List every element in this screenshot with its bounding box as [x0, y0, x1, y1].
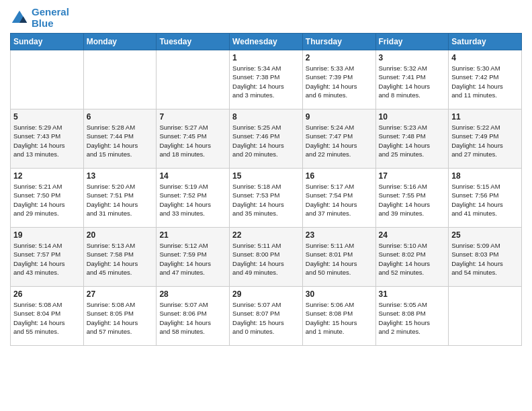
calendar-week-5: 26Sunrise: 5:08 AM Sunset: 8:04 PM Dayli…: [11, 287, 522, 346]
calendar-cell: 1Sunrise: 5:34 AM Sunset: 7:38 PM Daylig…: [230, 50, 303, 109]
logo-text: General Blue: [32, 7, 69, 29]
day-info: Sunrise: 5:19 AM Sunset: 7:52 PM Dayligh…: [159, 182, 226, 218]
calendar-cell: 5Sunrise: 5:29 AM Sunset: 7:43 PM Daylig…: [11, 109, 84, 169]
day-info: Sunrise: 5:07 AM Sunset: 8:06 PM Dayligh…: [159, 300, 226, 336]
day-info: Sunrise: 5:06 AM Sunset: 8:08 PM Dayligh…: [306, 300, 373, 336]
calendar-cell: 24Sunrise: 5:10 AM Sunset: 8:02 PM Dayli…: [375, 228, 449, 287]
day-number: 3: [379, 53, 446, 62]
calendar-cell: 22Sunrise: 5:11 AM Sunset: 8:00 PM Dayli…: [230, 228, 303, 287]
day-info: Sunrise: 5:11 AM Sunset: 8:01 PM Dayligh…: [306, 241, 373, 277]
day-info: Sunrise: 5:24 AM Sunset: 7:47 PM Dayligh…: [306, 123, 373, 158]
calendar-cell: 25Sunrise: 5:09 AM Sunset: 8:03 PM Dayli…: [449, 228, 522, 287]
logo: General Blue: [10, 7, 69, 29]
calendar-cell: 8Sunrise: 5:25 AM Sunset: 7:46 PM Daylig…: [230, 109, 303, 169]
day-info: Sunrise: 5:14 AM Sunset: 7:57 PM Dayligh…: [13, 241, 81, 277]
day-number: 6: [87, 112, 154, 122]
calendar-week-3: 12Sunrise: 5:21 AM Sunset: 7:50 PM Dayli…: [11, 169, 522, 228]
day-info: Sunrise: 5:18 AM Sunset: 7:53 PM Dayligh…: [232, 182, 300, 218]
day-info: Sunrise: 5:28 AM Sunset: 7:44 PM Dayligh…: [87, 123, 154, 158]
day-number: 12: [13, 171, 81, 181]
calendar-table: SundayMondayTuesdayWednesdayThursdayFrid…: [10, 33, 522, 346]
calendar-header: SundayMondayTuesdayWednesdayThursdayFrid…: [11, 34, 522, 50]
day-number: 10: [379, 112, 446, 122]
calendar-cell: 2Sunrise: 5:33 AM Sunset: 7:39 PM Daylig…: [302, 50, 375, 109]
calendar-cell: 23Sunrise: 5:11 AM Sunset: 8:01 PM Dayli…: [302, 228, 375, 287]
calendar-cell: 30Sunrise: 5:06 AM Sunset: 8:08 PM Dayli…: [302, 287, 375, 346]
day-number: 21: [159, 230, 226, 240]
calendar-cell: 27Sunrise: 5:08 AM Sunset: 8:05 PM Dayli…: [83, 287, 157, 346]
day-number: 13: [87, 171, 154, 181]
day-info: Sunrise: 5:11 AM Sunset: 8:00 PM Dayligh…: [232, 241, 300, 277]
calendar-cell: 21Sunrise: 5:12 AM Sunset: 7:59 PM Dayli…: [157, 228, 230, 287]
day-info: Sunrise: 5:32 AM Sunset: 7:41 PM Dayligh…: [379, 64, 446, 99]
calendar-cell: 31Sunrise: 5:05 AM Sunset: 8:08 PM Dayli…: [375, 287, 449, 346]
calendar-body: 1Sunrise: 5:34 AM Sunset: 7:38 PM Daylig…: [11, 50, 522, 346]
calendar-cell: 11Sunrise: 5:22 AM Sunset: 7:49 PM Dayli…: [449, 109, 522, 169]
day-number: 16: [306, 171, 373, 181]
day-info: Sunrise: 5:33 AM Sunset: 7:39 PM Dayligh…: [306, 64, 373, 99]
weekday-header-tuesday: Tuesday: [157, 34, 230, 50]
day-number: 18: [451, 171, 519, 181]
day-number: 17: [379, 171, 446, 181]
weekday-header-friday: Friday: [375, 34, 449, 50]
day-number: 30: [306, 289, 373, 299]
day-number: 8: [232, 112, 300, 122]
day-number: 7: [159, 112, 226, 122]
day-info: Sunrise: 5:09 AM Sunset: 8:03 PM Dayligh…: [451, 241, 519, 277]
day-number: 28: [159, 289, 226, 299]
day-info: Sunrise: 5:05 AM Sunset: 8:08 PM Dayligh…: [379, 300, 446, 336]
day-number: 14: [159, 171, 226, 181]
calendar-cell: 28Sunrise: 5:07 AM Sunset: 8:06 PM Dayli…: [157, 287, 230, 346]
calendar-cell: 6Sunrise: 5:28 AM Sunset: 7:44 PM Daylig…: [83, 109, 157, 169]
day-number: 15: [232, 171, 300, 181]
calendar-week-1: 1Sunrise: 5:34 AM Sunset: 7:38 PM Daylig…: [11, 50, 522, 109]
calendar-week-2: 5Sunrise: 5:29 AM Sunset: 7:43 PM Daylig…: [11, 109, 522, 169]
day-info: Sunrise: 5:10 AM Sunset: 8:02 PM Dayligh…: [379, 241, 446, 277]
calendar-cell: 3Sunrise: 5:32 AM Sunset: 7:41 PM Daylig…: [375, 50, 449, 109]
day-number: 11: [451, 112, 519, 122]
day-number: 31: [379, 289, 446, 299]
day-number: 1: [232, 53, 300, 62]
calendar-cell: 10Sunrise: 5:23 AM Sunset: 7:48 PM Dayli…: [375, 109, 449, 169]
weekday-header-thursday: Thursday: [302, 34, 375, 50]
day-info: Sunrise: 5:08 AM Sunset: 8:05 PM Dayligh…: [87, 300, 154, 336]
calendar-cell: [157, 50, 230, 109]
day-info: Sunrise: 5:08 AM Sunset: 8:04 PM Dayligh…: [13, 300, 81, 336]
weekday-header-wednesday: Wednesday: [230, 34, 303, 50]
calendar-cell: 29Sunrise: 5:07 AM Sunset: 8:07 PM Dayli…: [230, 287, 303, 346]
calendar-cell: 19Sunrise: 5:14 AM Sunset: 7:57 PM Dayli…: [11, 228, 84, 287]
weekday-header-sunday: Sunday: [11, 34, 84, 50]
calendar-cell: 4Sunrise: 5:30 AM Sunset: 7:42 PM Daylig…: [449, 50, 522, 109]
day-info: Sunrise: 5:21 AM Sunset: 7:50 PM Dayligh…: [13, 182, 81, 218]
day-info: Sunrise: 5:22 AM Sunset: 7:49 PM Dayligh…: [451, 123, 519, 158]
day-info: Sunrise: 5:17 AM Sunset: 7:54 PM Dayligh…: [306, 182, 373, 218]
calendar-week-4: 19Sunrise: 5:14 AM Sunset: 7:57 PM Dayli…: [11, 228, 522, 287]
day-number: 4: [451, 53, 519, 62]
calendar-cell: 18Sunrise: 5:15 AM Sunset: 7:56 PM Dayli…: [449, 169, 522, 228]
day-info: Sunrise: 5:25 AM Sunset: 7:46 PM Dayligh…: [232, 123, 300, 158]
day-number: 5: [13, 112, 81, 122]
weekday-header-monday: Monday: [83, 34, 157, 50]
day-number: 27: [87, 289, 154, 299]
day-info: Sunrise: 5:15 AM Sunset: 7:56 PM Dayligh…: [451, 182, 519, 218]
calendar-cell: 15Sunrise: 5:18 AM Sunset: 7:53 PM Dayli…: [230, 169, 303, 228]
weekday-header-row: SundayMondayTuesdayWednesdayThursdayFrid…: [11, 34, 522, 50]
day-number: 29: [232, 289, 300, 299]
day-info: Sunrise: 5:29 AM Sunset: 7:43 PM Dayligh…: [13, 123, 81, 158]
day-number: 9: [306, 112, 373, 122]
calendar-cell: 7Sunrise: 5:27 AM Sunset: 7:45 PM Daylig…: [157, 109, 230, 169]
day-number: 23: [306, 230, 373, 240]
calendar-cell: 16Sunrise: 5:17 AM Sunset: 7:54 PM Dayli…: [302, 169, 375, 228]
calendar-cell: 26Sunrise: 5:08 AM Sunset: 8:04 PM Dayli…: [11, 287, 84, 346]
day-info: Sunrise: 5:30 AM Sunset: 7:42 PM Dayligh…: [451, 64, 519, 99]
day-info: Sunrise: 5:34 AM Sunset: 7:38 PM Dayligh…: [232, 64, 300, 99]
calendar-cell: [11, 50, 84, 109]
day-info: Sunrise: 5:23 AM Sunset: 7:48 PM Dayligh…: [379, 123, 446, 158]
calendar-cell: 12Sunrise: 5:21 AM Sunset: 7:50 PM Dayli…: [11, 169, 84, 228]
day-number: 19: [13, 230, 81, 240]
day-info: Sunrise: 5:12 AM Sunset: 7:59 PM Dayligh…: [159, 241, 226, 277]
day-number: 24: [379, 230, 446, 240]
day-number: 20: [87, 230, 154, 240]
day-info: Sunrise: 5:16 AM Sunset: 7:55 PM Dayligh…: [379, 182, 446, 218]
calendar-cell: [449, 287, 522, 346]
